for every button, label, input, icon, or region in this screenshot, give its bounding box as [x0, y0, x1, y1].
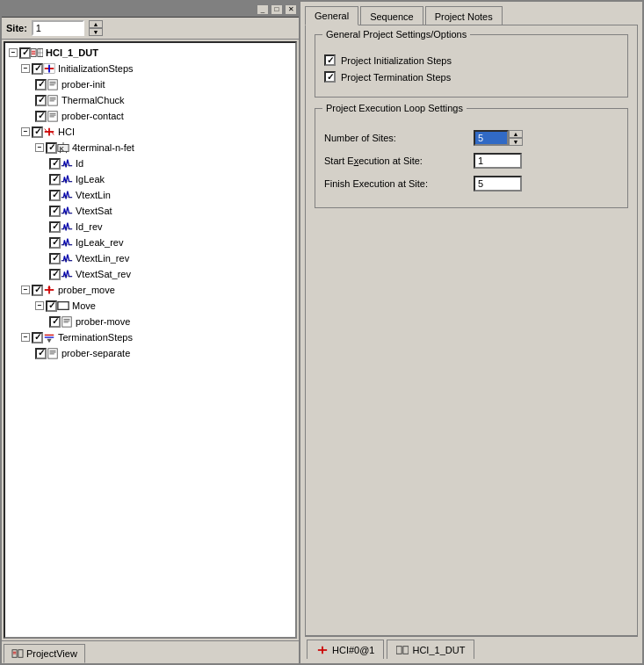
meas-icon [61, 252, 73, 264]
tree-row[interactable]: prober-move [7, 314, 293, 329]
start-exec-input[interactable] [474, 153, 522, 169]
tree-row[interactable]: Id [7, 155, 293, 171]
hci0-tab[interactable]: HCI#0@1 [307, 640, 384, 659]
right-bottom-tabbar: HCI#0@1 HCI_1_DUT [305, 636, 638, 659]
expand-icon[interactable]: − [35, 301, 44, 310]
maximize-button[interactable]: □ [271, 4, 283, 15]
tree-row[interactable]: IgLeak [7, 171, 293, 187]
tree-checkbox[interactable] [46, 300, 57, 312]
main-window: _ □ ✕ Site: ▲ ▼ − [0, 0, 644, 665]
tree-checkbox[interactable] [32, 332, 43, 343]
tree-row[interactable]: IgLeak_rev [7, 235, 293, 250]
probe-move-icon [43, 284, 55, 296]
expand-icon[interactable]: − [21, 286, 30, 294]
tree-row[interactable]: prober-init [7, 76, 293, 92]
expand-icon[interactable]: − [21, 333, 30, 342]
site-label: Site: [6, 23, 27, 33]
tree-checkbox[interactable] [49, 174, 61, 185]
svg-rect-61 [403, 646, 409, 654]
tree-label: HCI_1_DUT [46, 46, 98, 60]
tree-row[interactable]: − K 4terminal-n-fet [7, 140, 293, 155]
tree-label: prober-separate [62, 346, 130, 360]
meas-icon [61, 236, 73, 249]
tree-label: HCI [58, 125, 75, 139]
tree-row[interactable]: VtextLin_rev [7, 250, 293, 266]
tab-project-notes[interactable]: Project Notes [425, 6, 503, 25]
tree-row[interactable]: VtextSat [7, 203, 293, 219]
tree-checkbox[interactable] [49, 206, 61, 217]
site-input[interactable] [32, 20, 84, 36]
tree-row[interactable]: − prober_move [7, 282, 293, 298]
tree-label: Move [72, 299, 96, 313]
init-steps-label: Project Initialization Steps [341, 55, 452, 66]
tree-row[interactable]: − InitializationSteps [7, 61, 293, 76]
site-spinner: ▲ ▼ [89, 20, 103, 36]
term-icon [43, 331, 55, 343]
tree-row[interactable]: − HCI_1_DUT [7, 45, 293, 61]
num-sites-spinner-down[interactable]: ▼ [509, 138, 523, 146]
tree-label: VtextSat_rev [76, 267, 131, 281]
term-steps-checkbox[interactable] [324, 71, 336, 83]
hci-dut-icon [31, 47, 43, 59]
script-icon [47, 78, 59, 90]
expand-icon[interactable]: − [35, 143, 44, 152]
tree-checkbox[interactable] [35, 95, 47, 106]
tree-checkbox[interactable] [49, 253, 61, 264]
svg-rect-42 [58, 302, 69, 310]
minimize-button[interactable]: _ [257, 4, 269, 15]
tree-row[interactable]: prober-contact [7, 108, 293, 124]
tree-row[interactable]: − Move [7, 298, 293, 314]
tree-checkbox[interactable] [32, 126, 43, 138]
tree-checkbox[interactable] [49, 158, 61, 170]
project-view-tab[interactable]: ProjectView [4, 644, 85, 663]
tree-row[interactable]: VtextSat_rev [7, 266, 293, 282]
tree-checkbox[interactable] [49, 269, 61, 280]
tree-label: prober-contact [62, 109, 124, 123]
meas-icon [61, 173, 73, 185]
site-spinner-down[interactable]: ▼ [89, 28, 103, 36]
execution-loop-title: Project Execution Loop Settings [322, 103, 467, 113]
tree-checkbox[interactable] [35, 111, 47, 122]
tree-row[interactable]: − TerminationSteps [7, 329, 293, 345]
init-steps-checkbox[interactable] [324, 54, 336, 66]
tree-label: InitializationSteps [58, 61, 134, 76]
tree-label: IgLeak [76, 172, 105, 186]
tree-checkbox[interactable] [49, 237, 61, 249]
tree-label: IgLeak_rev [76, 235, 123, 249]
tree-checkbox[interactable] [49, 316, 61, 328]
tree-checkbox[interactable] [49, 221, 61, 233]
finish-exec-row: Finish Execution at Site: [324, 176, 619, 192]
expand-icon[interactable]: − [9, 48, 18, 57]
hci0-label: HCI#0@1 [332, 645, 374, 655]
tree-label: TerminationSteps [58, 330, 133, 344]
tree-checkbox[interactable] [32, 63, 43, 75]
expand-icon[interactable]: − [21, 64, 30, 73]
tree-area[interactable]: − HCI_1_DUT [4, 41, 297, 639]
tree-row[interactable]: prober-separate [7, 345, 293, 361]
tree-checkbox[interactable] [49, 190, 61, 201]
tree-row[interactable]: VtextLin [7, 187, 293, 203]
svg-text:K: K [60, 146, 64, 152]
meas-icon [61, 268, 73, 280]
hci1-tab[interactable]: HCI_1_DUT [387, 640, 474, 659]
expand-icon[interactable]: − [21, 127, 30, 136]
tree-checkbox[interactable] [46, 142, 57, 154]
tab-sequence[interactable]: Sequence [360, 6, 423, 25]
tree-checkbox[interactable] [35, 348, 47, 359]
tree-label: ThermalChuck [62, 93, 125, 107]
move-icon [57, 300, 69, 312]
finish-exec-input[interactable] [474, 176, 522, 192]
tree-row[interactable]: ThermalChuck [7, 92, 293, 108]
tree-checkbox[interactable] [32, 285, 43, 296]
tree-row[interactable]: Id_rev [7, 219, 293, 235]
tab-general[interactable]: General [305, 6, 358, 25]
num-sites-spinner-up[interactable]: ▲ [509, 130, 523, 138]
site-spinner-up[interactable]: ▲ [89, 20, 103, 28]
tree-row[interactable]: − HCI [7, 124, 293, 140]
init-steps-row: Project Initialization Steps [324, 54, 619, 66]
close-button[interactable]: ✕ [285, 4, 297, 15]
svg-rect-57 [18, 650, 23, 658]
tree-checkbox[interactable] [35, 79, 47, 90]
num-sites-input[interactable] [474, 130, 509, 146]
tree-checkbox[interactable] [19, 47, 31, 59]
